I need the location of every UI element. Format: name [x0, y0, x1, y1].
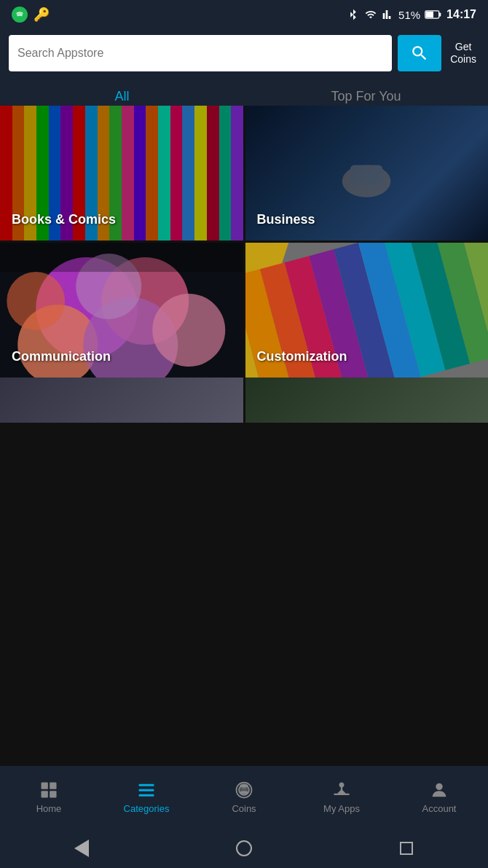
account-icon: [429, 780, 449, 800]
category-business[interactable]: Business: [245, 106, 489, 241]
nav-coins[interactable]: Coins: [195, 766, 293, 828]
get-coins-button[interactable]: Get Coins: [447, 41, 479, 66]
key-icon: 🔑: [34, 7, 50, 23]
category-communication[interactable]: Communication: [0, 243, 243, 378]
svg-rect-32: [139, 784, 154, 786]
svg-point-40: [240, 791, 248, 794]
search-icon: [410, 44, 429, 63]
coins-icon: [234, 780, 254, 800]
recent-apps-button[interactable]: [395, 837, 417, 859]
categories-icon: [136, 780, 157, 800]
back-button[interactable]: [71, 837, 93, 859]
svg-rect-31: [50, 791, 56, 797]
spotify-icon: [12, 7, 28, 23]
search-button[interactable]: [398, 35, 441, 71]
nav-home[interactable]: Home: [0, 766, 98, 828]
search-input-wrap: [9, 35, 392, 71]
bluetooth-icon: [347, 7, 359, 22]
nav-account-label: Account: [422, 803, 457, 814]
nav-home-label: Home: [36, 803, 62, 814]
category-6-partial[interactable]: [245, 378, 489, 423]
nav-my-apps-label: My Apps: [323, 803, 360, 814]
search-bar-container: Get Coins: [0, 29, 488, 77]
status-left: 🔑: [12, 7, 50, 23]
my-apps-icon: [331, 780, 352, 800]
nav-categories-label: Categories: [124, 803, 170, 814]
svg-rect-29: [50, 783, 56, 789]
business-label: Business: [257, 212, 315, 227]
svg-rect-28: [42, 783, 48, 789]
svg-rect-34: [139, 794, 154, 797]
battery-percent: 51%: [398, 9, 420, 21]
category-customization[interactable]: Customization: [245, 243, 489, 378]
grid-main: Books & Comics Business: [0, 106, 488, 378]
status-right: 51% 14:17: [347, 7, 476, 22]
category-books-comics[interactable]: Books & Comics: [0, 106, 243, 241]
category-5-partial[interactable]: [0, 378, 243, 423]
search-input[interactable]: [17, 47, 383, 60]
categories-grid: Books & Comics Business: [0, 106, 488, 766]
svg-point-41: [436, 783, 442, 790]
books-label: Books & Comics: [12, 212, 116, 227]
bottom-nav: Home Categories Coins My Apps: [0, 766, 488, 828]
nav-account[interactable]: Account: [390, 766, 488, 828]
android-nav-bar: [0, 828, 488, 868]
nav-coins-label: Coins: [232, 803, 256, 814]
wifi-icon: [363, 9, 378, 20]
customization-label: Customization: [257, 349, 347, 364]
home-button[interactable]: [233, 837, 255, 859]
nav-categories[interactable]: Categories: [98, 766, 195, 828]
svg-rect-2: [439, 12, 441, 16]
nav-my-apps[interactable]: My Apps: [293, 766, 390, 828]
svg-rect-30: [42, 791, 48, 797]
svg-rect-33: [139, 789, 154, 791]
home-icon: [39, 780, 59, 800]
communication-label: Communication: [12, 349, 111, 364]
svg-rect-3: [426, 12, 433, 18]
battery-icon: [425, 9, 442, 20]
status-bar: 🔑 51% 14:17: [0, 0, 488, 29]
signal-icon: [382, 9, 394, 20]
time-display: 14:17: [446, 8, 476, 21]
